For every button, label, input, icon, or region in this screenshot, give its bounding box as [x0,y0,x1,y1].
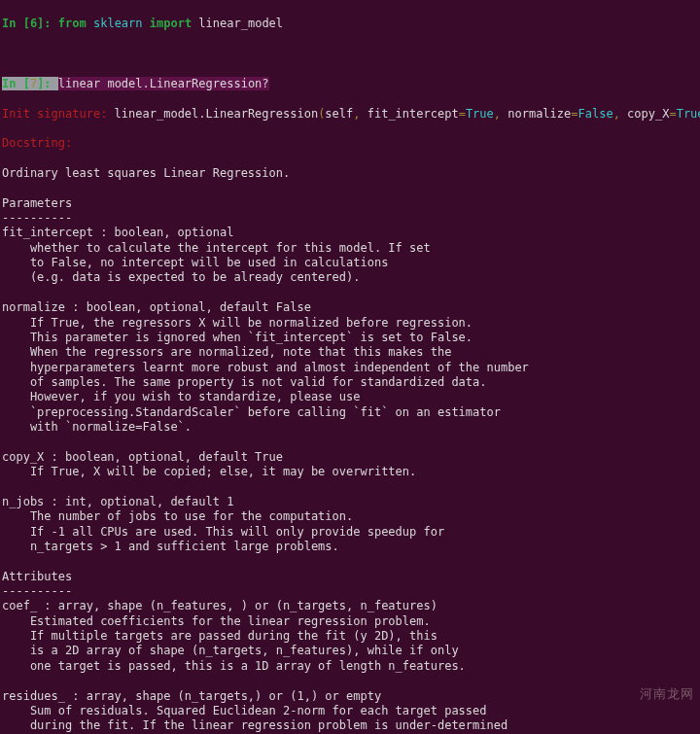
docstring-label: Docstring: [2,136,698,151]
blank-line [2,47,698,61]
prompt-label: In [6]: [2,17,52,30]
prompt-selected: In [7]: [2,77,58,90]
keyword-from: from [58,17,87,30]
module-name: sklearn [93,17,143,30]
import-name: linear_model [198,17,283,30]
keyword-import: import [150,17,192,30]
input-cell-7: In [7]: linear model.LinearRegression? [2,77,698,91]
init-signature: Init signature: linear_model.LinearRegre… [2,107,698,122]
terminal[interactable]: In [6]: from sklearn import linear_model… [0,0,700,734]
docstring-body: Ordinary least squares Linear Regression… [2,166,698,734]
signature-label: Init signature: [2,107,107,121]
input-cell-6: In [6]: from sklearn import linear_model [2,17,698,31]
input-code[interactable]: linear model.LinearRegression? [58,77,269,90]
